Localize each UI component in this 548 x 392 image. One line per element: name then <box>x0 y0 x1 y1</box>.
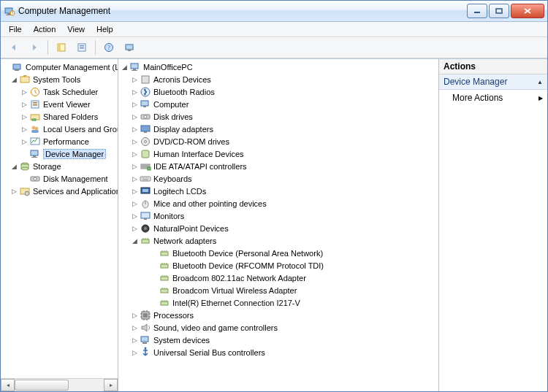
tree-item[interactable]: Event Viewer <box>43 100 91 109</box>
device-tree-item[interactable]: IDE ATA/ATAPI controllers <box>153 162 247 171</box>
expand-icon[interactable]: ▷ <box>130 174 139 183</box>
device-tree[interactable]: ◢MainOfficePC▷Acronis Devices▷Bluetooth … <box>118 59 438 391</box>
device-tree-item[interactable]: Disk drives <box>153 112 193 121</box>
tree-item[interactable]: Shared Folders <box>43 112 98 121</box>
device-tree-item[interactable]: DVD/CD-ROM drives <box>153 137 229 146</box>
device-tree-item[interactable]: Acronis Devices <box>153 75 211 84</box>
expand-icon[interactable]: ▷ <box>130 199 139 208</box>
device-tree-item[interactable]: Sound, video and game controllers <box>153 323 278 332</box>
svg-rect-72 <box>141 337 148 342</box>
properties-button[interactable] <box>73 39 91 56</box>
device-tree-item[interactable]: Bluetooth Device (RFCOMM Protocol TDI) <box>172 261 324 270</box>
tree-line <box>149 299 158 307</box>
scroll-right-button[interactable]: ▸ <box>104 379 118 391</box>
collapse-icon[interactable]: ◢ <box>130 237 139 245</box>
expand-icon[interactable]: ▷ <box>130 348 139 357</box>
device-tree-item[interactable]: Bluetooth Device (Personal Area Network) <box>172 249 323 258</box>
close-button[interactable] <box>511 4 544 18</box>
collapse-icon[interactable]: ◢ <box>9 162 18 171</box>
svg-point-47 <box>144 115 147 118</box>
tree-item-selected[interactable]: Device Manager <box>43 149 106 159</box>
svg-rect-49 <box>144 131 147 133</box>
show-hide-tree-button[interactable] <box>53 39 70 56</box>
device-tree-item[interactable]: NaturalPoint Devices <box>153 224 229 233</box>
minimize-button[interactable] <box>467 4 487 18</box>
title-bar[interactable]: Computer Management <box>1 1 547 22</box>
tree-item[interactable]: System Tools <box>33 75 80 84</box>
expand-icon[interactable]: ▷ <box>130 125 139 134</box>
expand-icon[interactable]: ▷ <box>130 187 139 196</box>
svg-rect-10 <box>80 47 84 49</box>
expand-icon[interactable]: ▷ <box>130 323 139 332</box>
device-tree-item[interactable]: Processors <box>153 311 194 320</box>
tree-item[interactable]: Storage <box>33 162 61 171</box>
expand-icon[interactable]: ▷ <box>20 88 28 96</box>
expand-icon[interactable]: ▷ <box>130 224 139 233</box>
expand-icon[interactable]: ▷ <box>130 88 139 96</box>
forward-button[interactable] <box>26 39 43 56</box>
scroll-track[interactable] <box>15 380 104 391</box>
scroll-thumb[interactable] <box>15 380 69 391</box>
expand-icon[interactable]: ▷ <box>130 100 139 109</box>
device-tree-item[interactable]: System devices <box>153 336 210 345</box>
device-tree-item[interactable]: Monitors <box>153 212 184 220</box>
device-tree-item[interactable]: Mice and other pointing devices <box>153 199 267 208</box>
device-tree-item[interactable]: Bluetooth Radios <box>153 88 215 96</box>
tree-item[interactable]: Services and Applications <box>33 187 118 196</box>
network-adapter-icon <box>159 260 170 272</box>
tree-item[interactable]: Local Users and Groups <box>43 125 118 134</box>
svg-rect-21 <box>33 104 37 106</box>
tree-item[interactable]: Disk Management <box>43 174 108 183</box>
expand-icon[interactable]: ▷ <box>20 100 28 109</box>
network-adapter-icon <box>159 247 170 259</box>
expand-icon[interactable]: ▷ <box>130 162 139 171</box>
device-tree-item[interactable]: Broadcom Virtual Wireless Adapter <box>172 286 297 295</box>
more-actions-item[interactable]: More Actions▶ <box>439 90 547 106</box>
tree-item[interactable]: Task Scheduler <box>43 88 98 96</box>
device-tree-item[interactable]: MainOfficePC <box>143 63 193 72</box>
performance-icon <box>29 136 41 147</box>
expand-icon[interactable]: ▷ <box>130 336 139 345</box>
device-tree-item[interactable]: Human Interface Devices <box>153 150 244 158</box>
help-button[interactable]: ? <box>100 39 118 56</box>
tree-item[interactable]: Computer Management (Local <box>26 63 118 72</box>
device-tree-item[interactable]: Broadcom 802.11ac Network Adapter <box>172 274 306 283</box>
expand-icon[interactable]: ▷ <box>9 187 18 196</box>
expand-icon[interactable]: ▷ <box>130 311 139 320</box>
expand-icon[interactable]: ▷ <box>130 75 139 84</box>
svg-rect-15 <box>13 64 20 69</box>
device-tree-item[interactable]: Network adapters <box>153 237 216 245</box>
device-tree-item[interactable]: Display adapters <box>153 125 213 134</box>
actions-section[interactable]: Device Manager▲ <box>439 74 547 90</box>
expand-icon[interactable]: ▷ <box>20 137 28 146</box>
menu-file[interactable]: File <box>4 23 27 35</box>
device-tree-item[interactable]: Universal Serial Bus controllers <box>153 348 265 357</box>
expand-icon[interactable]: ▷ <box>130 212 139 220</box>
svg-point-24 <box>34 118 37 121</box>
menu-action[interactable]: Action <box>28 23 61 35</box>
collapse-icon[interactable]: ◢ <box>9 75 18 84</box>
monitor-button[interactable] <box>121 39 138 56</box>
system-tools-icon <box>19 74 31 85</box>
expand-icon[interactable]: ▷ <box>20 125 28 134</box>
device-tree-item[interactable]: Intel(R) Ethernet Connection I217-V <box>172 299 300 307</box>
expand-icon[interactable]: ▷ <box>130 150 139 158</box>
collapse-icon[interactable]: ◢ <box>120 63 129 72</box>
device-tree-item[interactable]: Keyboards <box>153 174 192 183</box>
expand-icon[interactable]: ▷ <box>130 112 139 121</box>
device-tree-item[interactable]: Computer <box>153 100 189 109</box>
tree-item[interactable]: Performance <box>43 137 89 146</box>
horizontal-scrollbar[interactable]: ◂ ▸ <box>1 378 118 391</box>
cpu-icon <box>140 310 151 321</box>
expand-icon[interactable]: ▷ <box>130 137 139 146</box>
expand-icon[interactable] <box>2 63 11 72</box>
back-button[interactable] <box>5 39 23 56</box>
scroll-left-button[interactable]: ◂ <box>1 379 15 391</box>
menu-view[interactable]: View <box>62 23 90 35</box>
menu-help[interactable]: Help <box>91 23 118 35</box>
actions-header: Actions <box>439 59 547 74</box>
expand-icon[interactable]: ▷ <box>20 112 28 121</box>
device-tree-item[interactable]: Logitech LCDs <box>153 187 206 196</box>
console-tree[interactable]: Computer Management (Local ◢System Tools… <box>1 59 118 378</box>
maximize-button[interactable] <box>489 4 509 18</box>
